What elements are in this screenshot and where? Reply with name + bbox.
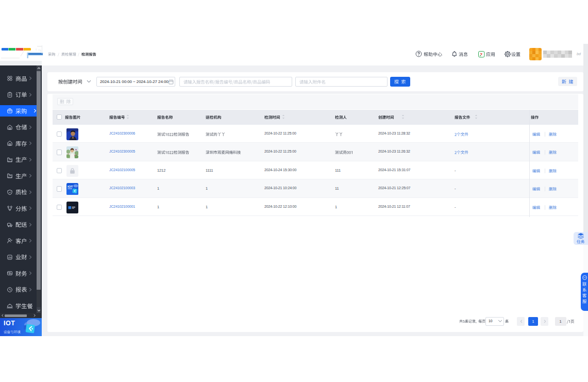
svg-text:IOT: IOT [68, 185, 73, 188]
